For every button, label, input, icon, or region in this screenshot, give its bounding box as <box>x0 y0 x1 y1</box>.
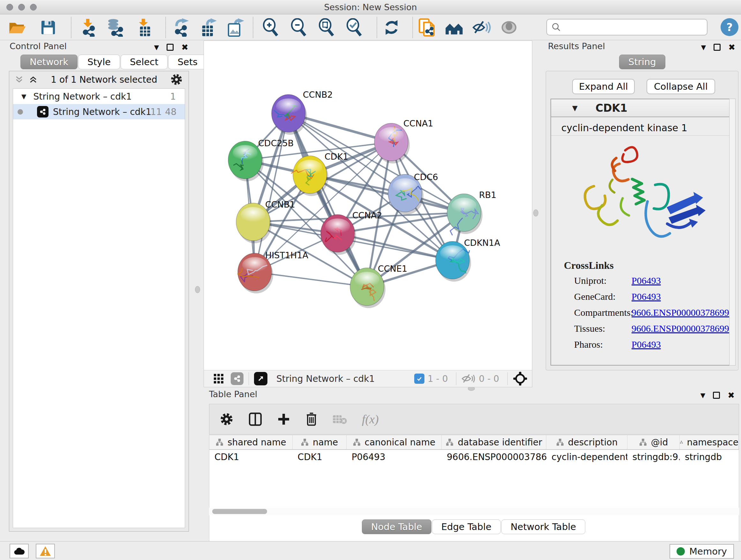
gene-expander-icon[interactable]: ▼ <box>572 104 578 112</box>
table-options-gear-icon[interactable] <box>219 412 233 426</box>
open-session-button[interactable] <box>7 17 27 37</box>
crosslink-link[interactable]: 9606.ENSP00000378699 <box>631 323 729 334</box>
table-cell[interactable]: 9606.ENSP00000378699 <box>442 450 546 464</box>
eye-button[interactable] <box>499 17 519 37</box>
panel-close-icon[interactable]: ✖ <box>181 43 188 52</box>
network-row[interactable]: String Network – cdk1 11 48 <box>13 104 185 119</box>
table-cell[interactable]: CDK1 <box>293 450 347 464</box>
scrollbar-thumb[interactable] <box>212 509 267 514</box>
network-node-RB1[interactable] <box>447 194 482 235</box>
network-collection-row[interactable]: ▼ String Network – cdk1 1 <box>13 89 185 104</box>
crosslink-link[interactable]: P06493 <box>631 291 661 302</box>
tab-style[interactable]: Style <box>78 55 120 69</box>
tab-edge-table[interactable]: Edge Table <box>432 519 501 534</box>
import-table-file-button[interactable] <box>134 17 154 37</box>
tab-string[interactable]: String <box>619 55 665 69</box>
left-splitter-handle[interactable] <box>195 286 200 293</box>
selected-checkbox-icon[interactable] <box>414 374 424 384</box>
hidden-eye-slash-icon[interactable] <box>461 373 475 384</box>
table-cell[interactable]: CDK1 <box>209 450 293 464</box>
zoom-selected-button[interactable] <box>345 17 364 37</box>
edge-CCNB2-HIST1H1A[interactable] <box>255 113 288 272</box>
import-network-file-button[interactable] <box>78 17 98 37</box>
panel-float-icon[interactable] <box>166 44 174 51</box>
import-network-database-button[interactable] <box>105 17 125 37</box>
table-horizontal-scrollbar[interactable] <box>209 508 739 515</box>
help-button[interactable]: ? <box>721 18 738 36</box>
zoom-out-button[interactable] <box>289 17 309 37</box>
panel-menu-icon[interactable]: ▼ <box>154 44 159 51</box>
network-node-CCNA2[interactable] <box>321 214 356 255</box>
main-toolbar: ? <box>0 14 741 40</box>
crosslink-link[interactable]: P06493 <box>631 339 661 350</box>
zoom-in-button[interactable] <box>261 17 281 37</box>
tab-node-table[interactable]: Node Table <box>362 519 431 534</box>
expand-all-button[interactable]: Expand All <box>572 79 635 94</box>
delete-table-icon[interactable] <box>333 414 347 425</box>
apply-layout-button[interactable] <box>382 17 401 37</box>
column-header-database-identifier[interactable]: database identifier <box>442 435 546 449</box>
collapse-all-button[interactable]: Collapse All <box>647 79 715 94</box>
right-splitter-handle[interactable] <box>533 209 538 216</box>
network-node-CCNA1[interactable] <box>374 123 410 164</box>
network-overview-button[interactable] <box>444 17 464 37</box>
table-row[interactable]: CDK1CDK1P064939606.ENSP00000378699cyclin… <box>209 450 739 464</box>
save-session-button[interactable] <box>38 17 58 37</box>
table-cell[interactable]: stringdb <box>680 450 739 464</box>
delete-column-trash-icon[interactable] <box>305 412 318 427</box>
panel-menu-icon[interactable]: ▼ <box>700 391 705 399</box>
tab-network-table[interactable]: Network Table <box>501 519 585 534</box>
toolbar-separator <box>165 17 166 38</box>
tab-sets[interactable]: Sets <box>168 55 207 69</box>
panel-float-icon[interactable] <box>713 392 720 399</box>
collection-expander-icon[interactable]: ▼ <box>21 92 26 100</box>
panel-close-icon[interactable]: ✖ <box>728 43 735 52</box>
crosslink-link[interactable]: P06493 <box>631 275 661 286</box>
network-view-icon[interactable] <box>231 372 244 385</box>
panel-menu-icon[interactable]: ▼ <box>701 44 706 51</box>
search-field[interactable] <box>546 19 708 36</box>
column-header-shared-name[interactable]: shared name <box>209 435 293 449</box>
cloud-button[interactable] <box>10 544 29 558</box>
node-label-CCNE1: CCNE1 <box>378 264 407 273</box>
fit-content-crosshair-icon[interactable] <box>513 371 528 386</box>
show-hide-graphics-button[interactable] <box>472 17 491 37</box>
network-options-gear-icon[interactable] <box>170 73 183 86</box>
crosslink-link[interactable]: 9606.ENSP00000378699 <box>631 307 729 318</box>
column-header-description[interactable]: description <box>546 435 627 449</box>
houses-icon <box>445 19 464 36</box>
network-canvas[interactable]: CCNB2CCNA1CDC25BCDK1CDC6RB1CCNB1CCNA2CDK… <box>204 41 532 387</box>
table-cell[interactable]: stringdb:9... <box>627 450 680 464</box>
table-cell[interactable]: P06493 <box>347 450 442 464</box>
create-column-plus-icon[interactable] <box>277 413 290 426</box>
export-network-button[interactable] <box>171 17 191 37</box>
column-header-namespace[interactable]: namespace <box>680 435 739 449</box>
function-builder-fx-icon[interactable]: f(x) <box>362 412 379 426</box>
results-scrollbar[interactable] <box>729 99 736 366</box>
warnings-button[interactable] <box>36 544 55 558</box>
panel-close-icon[interactable]: ✖ <box>728 390 735 400</box>
export-image-button[interactable] <box>225 17 245 37</box>
network-node-CDK1[interactable] <box>291 156 328 196</box>
column-header-name[interactable]: name <box>293 435 347 449</box>
network-node-CCNB2[interactable] <box>272 95 307 135</box>
tab-network[interactable]: Network <box>20 55 77 69</box>
birdseye-view-icon[interactable] <box>254 372 267 385</box>
grid-view-icon[interactable] <box>213 373 224 384</box>
column-header-@id[interactable]: @id <box>627 435 680 449</box>
clone-network-button[interactable] <box>417 17 436 37</box>
show-columns-icon[interactable] <box>248 412 262 427</box>
network-node-CCNE1[interactable] <box>350 268 386 308</box>
column-header-canonical-name[interactable]: canonical name <box>347 435 442 449</box>
collapse-all-networks-icon[interactable] <box>14 75 24 84</box>
zoom-fit-button[interactable] <box>317 17 337 37</box>
edge-CCNB2-CCNE1[interactable] <box>288 113 367 287</box>
expand-all-networks-icon[interactable] <box>28 75 38 84</box>
search-input[interactable] <box>564 22 702 32</box>
memory-button[interactable]: Memory <box>670 544 734 559</box>
tab-select[interactable]: Select <box>121 55 167 69</box>
export-table-button[interactable] <box>199 17 218 37</box>
table-cell[interactable]: cyclin-dependent ... <box>546 450 627 464</box>
zoom-in-icon <box>262 18 280 37</box>
panel-float-icon[interactable] <box>714 44 721 51</box>
